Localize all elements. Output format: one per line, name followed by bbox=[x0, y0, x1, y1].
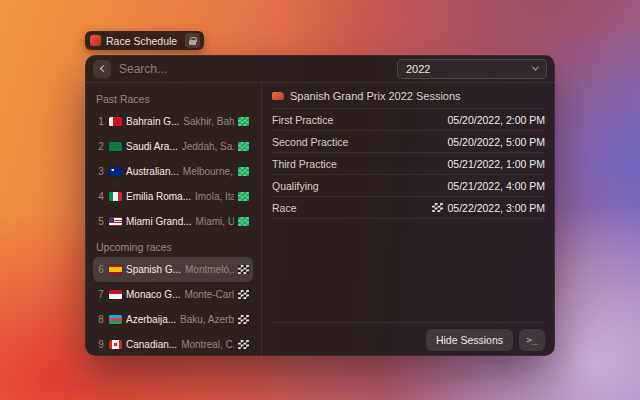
race-list-item-monaco[interactable]: 7 Monaco G... Monte-Carl... bbox=[93, 282, 253, 307]
race-name: Bahrain G... bbox=[126, 116, 179, 127]
detail-footer: Hide Sessions >_ bbox=[272, 322, 545, 356]
checkered-flag-icon bbox=[238, 265, 249, 274]
race-index: 8 bbox=[97, 314, 105, 325]
session-row-first-practice: First Practice 05/20/2022, 2:00 PM bbox=[272, 109, 545, 131]
race-list: Past Races 1 Bahrain G... Sakhir, Bahr..… bbox=[85, 83, 262, 356]
flag-icon-saudi-arabia bbox=[109, 142, 122, 151]
checkered-flag-icon bbox=[238, 290, 249, 299]
session-datetime: 05/21/2022, 4:00 PM bbox=[448, 180, 546, 192]
section-title-upcoming-races: Upcoming races bbox=[96, 241, 250, 253]
app-badge-pill[interactable]: Race Schedule bbox=[85, 31, 204, 50]
race-car-icon bbox=[272, 92, 284, 100]
race-index: 9 bbox=[97, 339, 105, 350]
flag-icon-monaco bbox=[109, 290, 122, 299]
race-name: Spanish G... bbox=[126, 264, 181, 275]
race-index: 7 bbox=[97, 289, 105, 300]
flag-icon-spain bbox=[109, 265, 122, 274]
session-label: Qualifying bbox=[272, 180, 319, 192]
green-flag-icon bbox=[238, 167, 249, 176]
checkered-flag-icon bbox=[238, 340, 249, 349]
race-name: Australian... bbox=[126, 166, 179, 177]
session-datetime-with-flag: 05/22/2022, 3:00 PM bbox=[432, 202, 546, 214]
hide-sessions-button[interactable]: Hide Sessions bbox=[426, 329, 513, 351]
race-index: 5 bbox=[97, 216, 105, 227]
green-flag-icon bbox=[238, 217, 249, 226]
green-flag-icon bbox=[238, 142, 249, 151]
race-list-item-spain[interactable]: 6 Spanish G... Montmeló,... bbox=[93, 257, 253, 282]
flag-icon-canada bbox=[109, 340, 122, 349]
race-list-item-emilia-romagna[interactable]: 4 Emilia Roma... Imola, Italy bbox=[93, 184, 253, 209]
search-input[interactable] bbox=[119, 62, 389, 76]
flag-icon-italy bbox=[109, 192, 122, 201]
detail-title: Spanish Grand Prix 2022 Sessions bbox=[290, 90, 461, 102]
flag-icon-australia bbox=[109, 167, 122, 176]
race-name: Canadian... bbox=[126, 339, 177, 350]
flag-icon-usa bbox=[109, 217, 122, 226]
race-location: Imola, Italy bbox=[195, 191, 234, 202]
shortcut-key-label: >_ bbox=[526, 334, 537, 345]
flag-icon-bahrain bbox=[109, 117, 122, 126]
race-location: Jeddah, Sa... bbox=[182, 141, 234, 152]
race-list-item-azerbaijan[interactable]: 8 Azerbaija... Baku, Azerb... bbox=[93, 307, 253, 332]
chevron-down-icon bbox=[532, 64, 539, 71]
race-name: Miami Grand... bbox=[126, 216, 192, 227]
session-row-race: Race 05/22/2022, 3:00 PM bbox=[272, 197, 545, 219]
session-label: First Practice bbox=[272, 114, 333, 126]
detail-header: Spanish Grand Prix 2022 Sessions bbox=[272, 83, 545, 109]
lock-icon bbox=[189, 40, 196, 45]
race-location: Melbourne,... bbox=[183, 166, 234, 177]
race-car-icon bbox=[90, 35, 101, 46]
race-location: Montreal, C... bbox=[181, 339, 234, 350]
race-index: 3 bbox=[97, 166, 105, 177]
race-list-item-saudi-arabia[interactable]: 2 Saudi Ara... Jeddah, Sa... bbox=[93, 134, 253, 159]
session-row-qualifying: Qualifying 05/21/2022, 4:00 PM bbox=[272, 175, 545, 197]
window-content: Past Races 1 Bahrain G... Sakhir, Bahr..… bbox=[85, 83, 555, 356]
race-list-item-bahrain[interactable]: 1 Bahrain G... Sakhir, Bahr... bbox=[93, 109, 253, 134]
green-flag-icon bbox=[238, 117, 249, 126]
checkered-flag-icon bbox=[238, 315, 249, 324]
race-index: 2 bbox=[97, 141, 105, 152]
flag-icon-azerbaijan bbox=[109, 315, 122, 324]
race-index: 6 bbox=[97, 264, 105, 275]
race-index: 4 bbox=[97, 191, 105, 202]
year-dropdown[interactable]: 2022 bbox=[397, 59, 547, 79]
section-title-past-races: Past Races bbox=[96, 93, 250, 105]
race-name: Saudi Ara... bbox=[126, 141, 178, 152]
shortcut-keycap: >_ bbox=[519, 329, 545, 351]
desktop-background: Race Schedule 2022 Past Races 1 Bahrain … bbox=[0, 0, 640, 400]
lock-keycap bbox=[185, 33, 200, 48]
session-label: Race bbox=[272, 202, 297, 214]
race-list-item-canada[interactable]: 9 Canadian... Montreal, C... bbox=[93, 332, 253, 356]
race-name: Emilia Roma... bbox=[126, 191, 191, 202]
back-button[interactable] bbox=[93, 60, 111, 78]
session-row-second-practice: Second Practice 05/20/2022, 5:00 PM bbox=[272, 131, 545, 153]
race-name: Monaco G... bbox=[126, 289, 180, 300]
session-datetime: 05/21/2022, 1:00 PM bbox=[448, 158, 546, 170]
chevron-left-icon bbox=[99, 65, 106, 72]
race-index: 1 bbox=[97, 116, 105, 127]
session-datetime: 05/20/2022, 2:00 PM bbox=[448, 114, 546, 126]
session-detail-panel: Spanish Grand Prix 2022 Sessions First P… bbox=[262, 83, 555, 356]
app-badge-label: Race Schedule bbox=[106, 35, 177, 47]
race-name: Azerbaija... bbox=[126, 314, 176, 325]
green-flag-icon bbox=[238, 192, 249, 201]
session-row-third-practice: Third Practice 05/21/2022, 1:00 PM bbox=[272, 153, 545, 175]
race-list-item-australia[interactable]: 3 Australian... Melbourne,... bbox=[93, 159, 253, 184]
race-list-item-miami[interactable]: 5 Miami Grand... Miami, USA bbox=[93, 209, 253, 234]
session-label: Third Practice bbox=[272, 158, 337, 170]
year-dropdown-value: 2022 bbox=[406, 63, 430, 75]
race-location: Monte-Carl... bbox=[184, 289, 234, 300]
session-datetime: 05/22/2022, 3:00 PM bbox=[448, 202, 546, 214]
session-label: Second Practice bbox=[272, 136, 348, 148]
race-location: Montmeló,... bbox=[185, 264, 234, 275]
race-location: Miami, USA bbox=[196, 216, 234, 227]
checkered-flag-icon bbox=[432, 203, 443, 212]
race-location: Sakhir, Bahr... bbox=[183, 116, 234, 127]
session-datetime: 05/20/2022, 5:00 PM bbox=[448, 136, 546, 148]
app-badge: Race Schedule bbox=[85, 31, 204, 50]
race-location: Baku, Azerb... bbox=[180, 314, 234, 325]
window-header: 2022 bbox=[85, 55, 555, 83]
app-window: 2022 Past Races 1 Bahrain G... Sakhir, B… bbox=[85, 55, 555, 356]
